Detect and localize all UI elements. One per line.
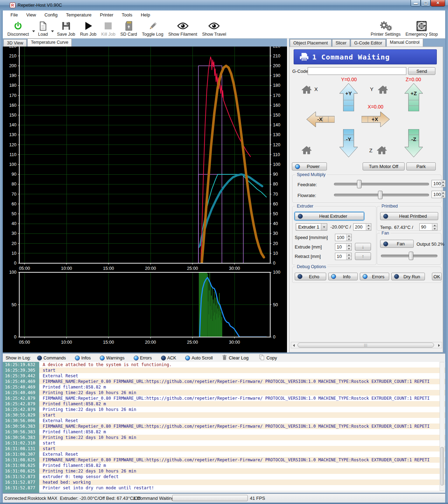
menu-file[interactable]: File — [7, 11, 21, 19]
printbed-target-spinner[interactable]: 90 — [419, 223, 438, 231]
fan-button[interactable]: Fan — [380, 240, 414, 248]
toolbar-printer-settings-button[interactable]: Printer Settings — [368, 20, 403, 37]
extruder-select[interactable]: Extruder 1 — [296, 223, 327, 231]
power-button[interactable]: Power — [292, 162, 327, 170]
hscrollbar-thumb[interactable]: ||| — [298, 343, 434, 348]
debug-info-button[interactable]: Info — [328, 273, 358, 280]
log-toggle-errors[interactable]: Errors — [134, 356, 152, 360]
toolbar-sd-card-button[interactable]: SD Card — [118, 20, 140, 37]
toolbar-toggle-log-button[interactable]: Toggle Log — [140, 20, 166, 37]
extruder-speed-spinner[interactable]: 100 — [335, 234, 352, 241]
tab-slicer[interactable]: Slicer — [332, 39, 350, 47]
debug-dry-run-button[interactable]: Dry Run — [391, 273, 425, 280]
toolbar-show-travel-button[interactable]: Show Travel — [200, 20, 229, 37]
home-x-button[interactable] — [301, 85, 312, 95]
ext-temp-down[interactable] — [366, 227, 371, 230]
home-y-button[interactable] — [378, 85, 388, 95]
retract-spinner[interactable]: 10 — [335, 253, 352, 260]
bed-temp-down[interactable] — [432, 227, 437, 230]
retract-up[interactable] — [346, 253, 351, 256]
toolbar-save-job-button[interactable]: Save Job — [55, 20, 78, 37]
log-toggle-auto-scroll[interactable]: Auto Scroll — [185, 356, 212, 360]
log-toggle-infos[interactable]: Infos — [75, 356, 91, 360]
park-button[interactable]: Park — [406, 162, 436, 170]
tab-temperature-curve[interactable]: Temperature Curve — [27, 38, 72, 47]
jog-minus-x-button[interactable]: -X — [307, 112, 335, 128]
jog-minus-y-button[interactable]: -Y — [340, 129, 358, 158]
manual-control-hscrollbar[interactable]: ||| — [291, 342, 442, 348]
jog-plus-x-button[interactable]: +X — [362, 112, 390, 128]
ext-speed-up[interactable] — [346, 234, 351, 237]
extrude-spinner[interactable]: 10 — [335, 243, 352, 251]
tab-manual-control[interactable]: Manual Control — [386, 38, 423, 47]
menu-temperature[interactable]: Temperature — [62, 11, 95, 19]
flowrate-slider-thumb[interactable] — [378, 191, 383, 199]
maximize-button[interactable]: ▢ — [421, 0, 430, 7]
ext-speed-down[interactable] — [346, 237, 351, 241]
feedrate-slider-thumb[interactable] — [357, 180, 362, 188]
fan-slider[interactable] — [381, 252, 438, 260]
menu-help[interactable]: Help — [137, 11, 154, 19]
scroll-right-icon[interactable] — [438, 344, 440, 347]
ext-temp-up[interactable] — [366, 224, 371, 227]
clear-log-button[interactable]: Clear Log — [222, 355, 248, 362]
jog-minus-z-button[interactable]: -Z — [405, 129, 423, 158]
extruder-target-spinner[interactable]: 200 — [353, 223, 371, 231]
feedrate-slider[interactable] — [334, 180, 429, 188]
home-z-button[interactable] — [377, 146, 387, 155]
retract-button[interactable]: ↑ — [355, 252, 371, 260]
chevron-down-icon[interactable] — [51, 30, 54, 32]
ok-button[interactable]: OK — [432, 273, 442, 280]
flowrate-slider[interactable] — [334, 191, 429, 199]
log-toggle-warnings[interactable]: Warnings — [100, 356, 124, 360]
home-all-button[interactable] — [301, 146, 312, 155]
feedrate-up[interactable] — [441, 180, 445, 183]
toolbar-show-filament-button[interactable]: Show Filament — [166, 20, 200, 37]
chevron-down-icon[interactable] — [32, 30, 35, 32]
menu-printer[interactable]: Printer — [96, 11, 117, 19]
debug-echo-button[interactable]: Echo — [295, 273, 326, 280]
minimize-button[interactable]: ▬ — [411, 0, 421, 7]
flowrate-spinner[interactable]: 100 — [432, 191, 446, 198]
log-toggle-commands[interactable]: Commands — [37, 356, 66, 360]
bed-temp-up[interactable] — [432, 224, 437, 227]
toolbar-run-job-button[interactable]: Run Job — [78, 20, 99, 37]
extrude-up[interactable] — [346, 244, 351, 247]
log-scrollbar-thumb[interactable] — [440, 447, 444, 485]
flowrate-up[interactable] — [441, 191, 445, 194]
menu-config[interactable]: Config — [41, 11, 61, 19]
tab-3d-view[interactable]: 3D View — [4, 39, 27, 47]
jog-plus-z-button[interactable]: +Z — [405, 83, 423, 112]
feedrate-spinner[interactable]: 100 — [432, 180, 446, 187]
menu-view[interactable]: View — [23, 11, 40, 19]
heat-extruder-button[interactable]: Heat Extruder — [295, 212, 364, 220]
retract-down[interactable] — [346, 256, 351, 260]
feedrate-slider-track[interactable] — [334, 183, 429, 186]
jog-plus-y-button[interactable]: +Y — [340, 83, 358, 112]
send-button[interactable]: Send — [408, 67, 435, 75]
flowrate-down[interactable] — [441, 194, 445, 198]
log-scrollbar[interactable] — [440, 362, 444, 491]
feedrate-down[interactable] — [441, 183, 445, 187]
svg-text:80: 80 — [12, 182, 16, 187]
title-bar[interactable]: R Repetier-Host V0.90C ▬ ▢ ✕ — [0, 0, 448, 10]
toolbar-disconnect-button[interactable]: Disconnect — [5, 20, 31, 37]
scroll-left-icon[interactable] — [293, 344, 295, 347]
toolbar-emergency-stop-button[interactable]: Emergency Stop — [403, 20, 440, 37]
turn-motor-off-button[interactable]: Turn Motor Off — [363, 162, 405, 170]
extrude-button[interactable]: ↓ — [355, 243, 371, 251]
log-toggle-ack[interactable]: ACK — [161, 356, 176, 360]
toolbar-load-button[interactable]: Load — [36, 20, 50, 37]
debug-errors-button[interactable]: Errors — [360, 273, 389, 280]
close-button[interactable]: ✕ — [430, 0, 445, 7]
heat-printbed-button[interactable]: Heat Printbed — [380, 212, 438, 220]
arrow-down-icon: ↓ — [362, 244, 364, 250]
log-list[interactable]: 16:25:19.632A device attached to the sys… — [3, 362, 445, 493]
extrude-down[interactable] — [346, 247, 351, 250]
gcode-input[interactable] — [308, 67, 406, 75]
copy-log-button[interactable]: Copy — [259, 354, 277, 362]
fan-slider-thumb[interactable] — [409, 252, 413, 260]
menu-tools[interactable]: Tools — [118, 11, 136, 19]
tab-object-placement[interactable]: Object Placement — [290, 39, 331, 47]
tab-g-code-editor[interactable]: G-Code Editor — [351, 39, 386, 47]
